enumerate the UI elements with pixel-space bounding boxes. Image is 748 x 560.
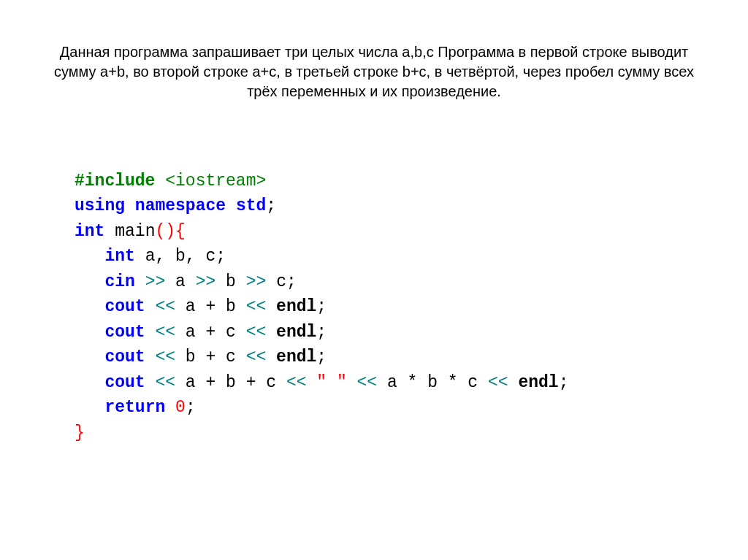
cin-stream: cin: [104, 272, 134, 291]
insertion-op: <<: [276, 373, 316, 392]
namespace-keyword: namespace: [135, 196, 226, 215]
space: [104, 222, 115, 241]
string-literal: " ": [316, 373, 346, 392]
semicolon: ;: [286, 272, 297, 291]
extraction-op: >>: [135, 272, 175, 291]
var-a: a: [175, 272, 186, 291]
indent: [75, 348, 104, 367]
endl-manipulator: endl: [518, 373, 558, 392]
endl-manipulator: endl: [276, 297, 316, 316]
expression: a + b + c: [186, 373, 276, 392]
semicolon: ;: [186, 398, 196, 417]
semicolon: ;: [559, 373, 569, 392]
cout-stream: cout: [104, 348, 145, 367]
space: [125, 196, 135, 215]
indent: [75, 272, 104, 291]
insertion-op: <<: [145, 348, 186, 367]
int-keyword: int: [104, 247, 134, 266]
insertion-op: <<: [145, 323, 186, 342]
expression: b + c: [186, 348, 236, 367]
semicolon: ;: [266, 196, 276, 215]
indent: [75, 373, 104, 392]
indent: [75, 297, 104, 316]
insertion-op: <<: [236, 348, 276, 367]
variable-declarations: a, b, c: [135, 247, 215, 266]
endl-manipulator: endl: [276, 348, 316, 367]
return-keyword: return: [104, 398, 165, 417]
cout-stream: cout: [104, 323, 145, 342]
semicolon: ;: [316, 297, 327, 316]
semicolon: ;: [316, 348, 327, 367]
space: [165, 398, 175, 417]
cout-stream: cout: [104, 373, 145, 392]
expression: a * b * c: [387, 373, 478, 392]
extraction-op: >>: [236, 272, 276, 291]
indent: [75, 323, 104, 342]
using-keyword: using: [75, 196, 125, 215]
extraction-op: >>: [186, 272, 226, 291]
semicolon: ;: [316, 323, 327, 342]
insertion-op: <<: [236, 297, 276, 316]
expression: a + c: [186, 323, 236, 342]
main-function: main: [115, 222, 155, 241]
program-description: Данная программа запрашивает три целых ч…: [40, 42, 708, 101]
cout-stream: cout: [104, 297, 145, 316]
space: [226, 196, 236, 215]
insertion-op: <<: [478, 373, 518, 392]
expression: a + b: [186, 297, 236, 316]
indent: [75, 247, 104, 266]
semicolon: ;: [215, 247, 226, 266]
insertion-op: <<: [236, 323, 276, 342]
space: [155, 172, 165, 191]
insertion-op: <<: [347, 373, 387, 392]
std-identifier: std: [236, 196, 266, 215]
var-b: b: [226, 272, 236, 291]
rparen: ): [165, 222, 175, 241]
insertion-op: <<: [145, 297, 186, 316]
header-name: <iostream>: [165, 172, 266, 191]
lbrace: {: [175, 222, 186, 241]
lparen: (: [155, 222, 165, 241]
insertion-op: <<: [145, 373, 186, 392]
int-keyword: int: [75, 222, 104, 241]
rbrace: }: [75, 423, 85, 442]
var-c: c: [276, 272, 286, 291]
return-value: 0: [175, 398, 186, 417]
indent: [75, 398, 104, 417]
endl-manipulator: endl: [276, 323, 316, 342]
code-block: #include <iostream> using namespace std;…: [75, 143, 568, 445]
include-directive: #include: [75, 172, 155, 191]
